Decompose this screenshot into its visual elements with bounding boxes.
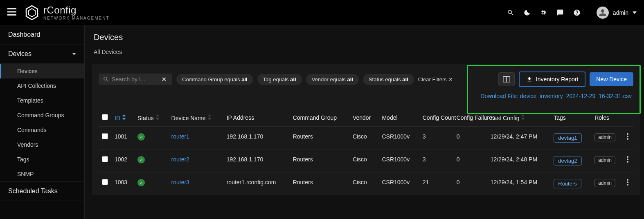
moon-icon[interactable]: [523, 9, 531, 16]
sidebar-item-api-collections[interactable]: API Collections: [0, 78, 84, 93]
row-actions-menu[interactable]: [624, 127, 633, 150]
sort-icon: [122, 114, 126, 120]
brand-tagline: NETWORK MANAGEMENT: [43, 16, 110, 20]
column-ip[interactable]: IP Address: [223, 109, 290, 127]
close-icon: ✕: [448, 76, 453, 83]
sidebar-item-templates[interactable]: Templates: [0, 93, 84, 108]
role-pill: admin: [594, 156, 615, 164]
brand-name: rConfig: [43, 4, 110, 16]
cell-ip: router1.rconfig.com: [223, 172, 290, 195]
row-checkbox[interactable]: [102, 133, 108, 139]
cell-id: 1003: [111, 172, 134, 195]
cell-count: 3: [419, 127, 453, 150]
device-name-link[interactable]: router1: [171, 133, 189, 140]
sidebar: Dashboard Devices Devices API Collection…: [0, 25, 85, 219]
toolbar: ✕ Command Group equals all Tag equals al…: [99, 72, 633, 87]
cell-group: Routers: [290, 150, 349, 172]
columns-icon: [503, 76, 510, 83]
cell-count: 3: [419, 150, 453, 172]
chat-icon[interactable]: [556, 9, 564, 16]
inventory-report-button[interactable]: Inventory Report: [519, 72, 586, 87]
svg-rect-0: [7, 8, 16, 9]
download-icon: [526, 76, 533, 83]
device-name-link[interactable]: router3: [171, 179, 189, 185]
column-last-config[interactable]: Last Config: [487, 109, 551, 127]
column-tags[interactable]: Tags: [550, 109, 591, 127]
cell-ip: 192.168.1.170: [223, 127, 290, 150]
clear-search-icon[interactable]: ✕: [160, 76, 168, 83]
column-roles[interactable]: Roles: [591, 109, 624, 127]
search-wrap: ✕: [99, 74, 172, 85]
svg-point-5: [627, 133, 628, 135]
role-pill: admin: [594, 179, 615, 187]
table-row: 1003router3router1.rconfig.comRoutersCis…: [99, 172, 633, 195]
select-all-checkbox[interactable]: [102, 114, 108, 120]
sidebar-item-snmp[interactable]: SNMP: [0, 167, 84, 181]
chevron-down-icon: [633, 11, 637, 14]
cell-failures: 0: [453, 150, 487, 172]
dots-vertical-icon: [627, 179, 628, 185]
cell-status: [134, 150, 168, 172]
column-device-name[interactable]: Device Name: [168, 109, 223, 127]
dots-vertical-icon: [627, 156, 628, 163]
column-model[interactable]: Model: [378, 109, 419, 127]
filter-command-group[interactable]: Command Group equals all: [176, 74, 253, 85]
column-id[interactable]: ID: [111, 109, 134, 127]
chevron-down-icon: [72, 53, 76, 55]
filter-vendor[interactable]: Vendor equals all: [306, 74, 359, 85]
sidebar-item-commands[interactable]: Commands: [0, 123, 84, 137]
clear-filters-button[interactable]: Clear Filters ✕: [418, 76, 453, 83]
device-name-link[interactable]: router2: [171, 156, 189, 163]
sort-icon: [521, 114, 525, 120]
cell-status: [134, 127, 168, 150]
cell-last: 12/29/24, 1:54 PM: [487, 172, 551, 195]
user-menu[interactable]: admin: [597, 7, 637, 19]
svg-point-6: [627, 136, 628, 137]
sidebar-item-tags[interactable]: Tags: [0, 152, 84, 167]
filter-tag[interactable]: Tag equals all: [257, 74, 302, 85]
tag-pill[interactable]: Routers: [554, 179, 581, 188]
new-device-button[interactable]: New Device: [590, 72, 633, 86]
columns-toggle-button[interactable]: [498, 72, 515, 86]
column-config-failures[interactable]: Config Failures: [453, 109, 487, 127]
sidebar-item-dashboard[interactable]: Dashboard: [0, 25, 84, 45]
svg-rect-2: [7, 14, 16, 16]
row-actions-menu[interactable]: [624, 150, 633, 172]
tag-pill[interactable]: devtag1: [554, 133, 581, 143]
check-icon: [137, 133, 145, 141]
row-actions-menu[interactable]: [624, 172, 633, 195]
cell-model: CSR1000v: [378, 150, 419, 172]
cell-status: [134, 172, 168, 195]
gear-icon[interactable]: [540, 9, 547, 16]
hamburger-icon[interactable]: [7, 8, 16, 17]
help-icon[interactable]: [573, 9, 581, 16]
column-config-count[interactable]: Config Count: [419, 109, 453, 127]
main: Devices All Devices ✕ Command Group equa…: [85, 25, 644, 219]
search-icon[interactable]: [507, 9, 514, 16]
column-vendor[interactable]: Vendor: [349, 109, 379, 127]
svg-point-11: [627, 179, 628, 181]
sidebar-section-devices[interactable]: Devices: [0, 45, 84, 64]
sort-icon: [155, 114, 160, 120]
row-checkbox[interactable]: [102, 179, 108, 185]
table-row: 1002router2192.168.1.170RoutersCiscoCSR1…: [99, 150, 633, 172]
column-command-group[interactable]: Command Group: [290, 109, 349, 127]
table-row: 1001router1192.168.1.170RoutersCiscoCSR1…: [99, 127, 633, 150]
avatar: [597, 7, 609, 19]
search-input[interactable]: [112, 76, 160, 83]
cell-model: CSR1000v: [378, 127, 419, 150]
sidebar-item-scheduled-tasks[interactable]: Scheduled Tasks: [0, 181, 84, 201]
tag-pill[interactable]: devtag2: [554, 156, 581, 165]
filter-status[interactable]: Status equals all: [363, 74, 414, 85]
check-icon: [137, 179, 145, 186]
sidebar-item-devices[interactable]: Devices: [0, 64, 84, 78]
brand-logo[interactable]: rConfig NETWORK MANAGEMENT: [24, 4, 110, 21]
sidebar-item-command-groups[interactable]: Command Groups: [0, 108, 84, 123]
download-link[interactable]: Download File: device_inventory_2024-12-…: [480, 93, 632, 99]
sort-icon: [207, 114, 212, 120]
sidebar-item-vendors[interactable]: Vendors: [0, 137, 84, 152]
column-status[interactable]: Status: [134, 109, 168, 127]
svg-point-8: [627, 156, 628, 158]
row-checkbox[interactable]: [102, 156, 108, 162]
dots-vertical-icon: [627, 133, 628, 140]
